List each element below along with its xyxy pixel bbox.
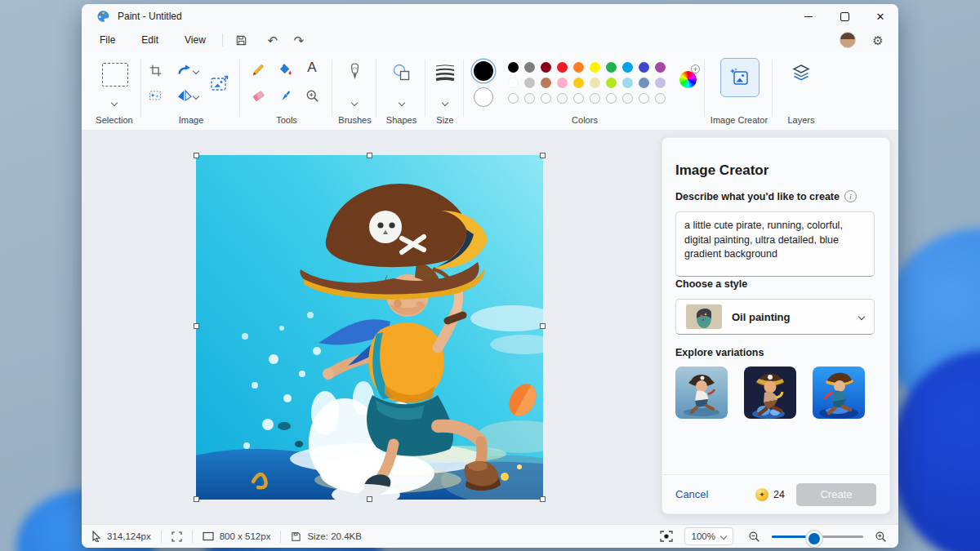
avatar[interactable] [840, 32, 856, 48]
chevron-down-icon[interactable] [352, 94, 357, 109]
fill-bucket-icon[interactable] [275, 60, 295, 79]
minimize-button[interactable] [791, 4, 826, 29]
ribbon-group-image-creator: Image Creator [706, 51, 772, 129]
palette-empty-slot[interactable] [524, 93, 535, 104]
palette-swatch[interactable] [606, 78, 617, 88]
palette-empty-slot[interactable] [557, 93, 568, 104]
settings-gear-icon[interactable]: ⚙ [867, 31, 889, 49]
palette-swatch[interactable] [541, 62, 551, 73]
selection-handle[interactable] [540, 496, 546, 502]
palette-empty-slot[interactable] [655, 93, 666, 104]
variation-thumbnail-2[interactable] [744, 367, 796, 419]
zoom-in[interactable] [875, 531, 887, 543]
style-dropdown[interactable]: Oil painting [675, 299, 875, 335]
menu-view[interactable]: View [176, 31, 214, 49]
pencil-icon[interactable] [248, 60, 268, 79]
palette-swatch[interactable] [622, 62, 633, 73]
chevron-down-icon[interactable] [193, 93, 199, 100]
palette-swatch[interactable] [508, 78, 519, 88]
fit-screen-icon [660, 531, 673, 542]
palette-swatch[interactable] [639, 78, 649, 88]
palette-empty-slot[interactable] [622, 93, 633, 104]
chevron-down-icon [858, 313, 865, 320]
palette-empty-slot[interactable] [541, 93, 551, 104]
edit-colors-wheel-icon[interactable] [679, 71, 697, 88]
chevron-down-icon[interactable] [399, 94, 404, 109]
add-color-plus-icon[interactable]: + [691, 64, 700, 73]
eraser-icon[interactable] [248, 86, 268, 105]
palette-swatch[interactable] [508, 62, 519, 73]
palette-empty-slot[interactable] [508, 93, 519, 104]
crop-icon[interactable] [146, 61, 164, 79]
zoom-slider-thumb[interactable] [806, 531, 822, 547]
zoom-slider[interactable] [772, 535, 863, 538]
palette-swatch[interactable] [590, 62, 600, 73]
foreground-color-swatch[interactable] [474, 61, 493, 81]
menu-edit[interactable]: Edit [133, 31, 167, 49]
close-button[interactable]: ✕ [862, 4, 898, 29]
palette-swatch[interactable] [622, 78, 633, 88]
variation-thumbnail-3[interactable] [813, 367, 865, 419]
menu-file[interactable]: File [91, 31, 123, 49]
selection-handle[interactable] [194, 496, 199, 502]
palette-swatch[interactable] [639, 62, 649, 73]
palette-swatch[interactable] [524, 62, 535, 73]
palette-swatch[interactable] [590, 78, 600, 88]
palette-swatch[interactable] [655, 62, 666, 73]
flip-icon[interactable] [172, 87, 197, 104]
palette-empty-slot[interactable] [590, 93, 600, 104]
palette-swatch[interactable] [541, 78, 551, 88]
undo-icon[interactable]: ↶ [262, 31, 283, 49]
fit-to-screen[interactable] [660, 531, 673, 542]
rotate-icon[interactable] [172, 61, 197, 79]
resize-image-icon[interactable] [208, 73, 231, 96]
chevron-down-icon[interactable] [443, 94, 448, 109]
info-icon[interactable]: i [844, 190, 857, 202]
canvas[interactable] [196, 155, 543, 500]
canvas-image[interactable] [196, 155, 543, 500]
create-button[interactable]: Create [796, 483, 876, 506]
save-icon[interactable] [231, 31, 252, 49]
shapes-icon[interactable] [391, 63, 412, 82]
line-size-icon[interactable] [434, 63, 457, 82]
brush-icon[interactable] [345, 61, 363, 82]
selection-tool[interactable] [102, 63, 128, 87]
ribbon-group-layers: Layers [774, 51, 828, 129]
palette-empty-slot[interactable] [639, 93, 649, 104]
palette-swatch[interactable] [606, 62, 617, 73]
image-creator-button[interactable] [720, 58, 760, 97]
maximize-button[interactable] [826, 4, 862, 29]
redo-icon[interactable]: ↷ [288, 31, 310, 49]
selection-handle[interactable] [540, 153, 546, 158]
palette-swatch[interactable] [524, 78, 535, 88]
ribbon: Selection [82, 51, 898, 131]
selection-handle[interactable] [367, 153, 372, 158]
palette-swatch[interactable] [573, 78, 584, 88]
zoom-level-dropdown[interactable]: 100% [684, 527, 733, 545]
palette-empty-slot[interactable] [606, 93, 617, 104]
text-tool-icon[interactable]: A [302, 58, 322, 78]
color-picker-icon[interactable] [275, 86, 295, 105]
selection-handle[interactable] [367, 496, 372, 502]
prompt-input[interactable]: a little cute pirate, running, colorful,… [675, 211, 875, 277]
menu-separator [222, 33, 223, 47]
chevron-down-icon[interactable] [193, 68, 199, 74]
cancel-button[interactable]: Cancel [675, 488, 708, 500]
magnifier-tool-icon[interactable] [302, 86, 322, 105]
palette-swatch[interactable] [557, 78, 568, 88]
remove-background-icon[interactable] [146, 87, 164, 104]
zoom-out[interactable] [748, 531, 760, 543]
palette-swatch[interactable] [573, 62, 584, 73]
selection-size [172, 531, 182, 542]
palette-swatch[interactable] [655, 78, 666, 88]
layers-icon[interactable] [791, 63, 812, 84]
selection-handle[interactable] [194, 153, 199, 158]
variation-thumbnail-1[interactable] [675, 367, 728, 419]
palette-swatch[interactable] [557, 62, 568, 73]
selection-handle[interactable] [540, 323, 546, 329]
selection-handle[interactable] [194, 323, 199, 329]
background-color-swatch[interactable] [474, 87, 493, 107]
panel-footer: Cancel ✦ 24 Create [662, 474, 889, 513]
palette-empty-slot[interactable] [573, 93, 584, 104]
chevron-down-icon[interactable] [112, 94, 117, 109]
